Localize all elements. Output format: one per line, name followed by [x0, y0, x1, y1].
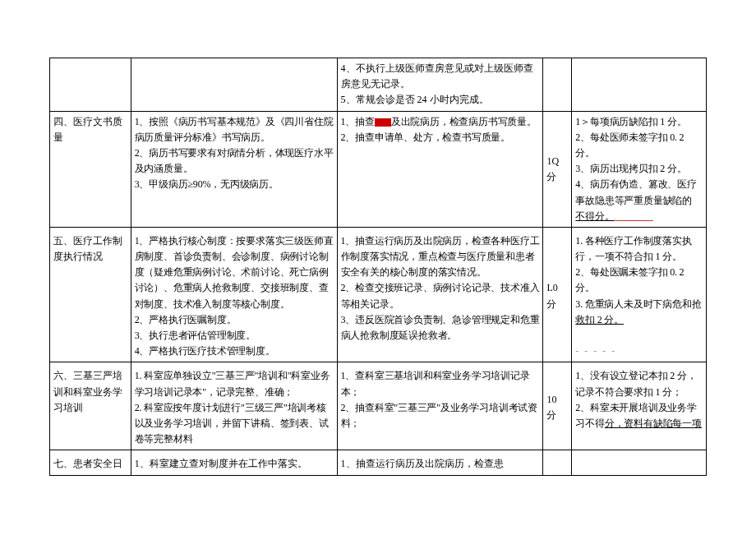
section-title: 七、患者安全日	[50, 454, 131, 475]
cell: 1、抽查运行病历及出院病历，检查各种医疗工作制度落实情况，重点检查与医疗质量和患…	[337, 231, 543, 362]
redaction-icon	[375, 118, 383, 127]
cell: 1、严格执行核心制度：按要求落实三级医师直房制度、首诊负责制、会诊制度、病例讨论…	[131, 231, 337, 362]
score-cell	[543, 454, 572, 475]
score-cell: 10 分	[543, 366, 572, 450]
score-cell: L0 分	[543, 231, 572, 362]
cell: 1、按照《病历书写基本规范》及《四川省住院病历质量评分标准》书写病历。 2、病历…	[131, 111, 337, 227]
text: 1、抽查	[341, 116, 375, 127]
score-cell: 1Q 分	[543, 111, 572, 227]
cell: 1、没有设立登记本扣 2 分，记录不符合要求扣 1 分； 2、科室未开展培训及业…	[572, 366, 707, 450]
section-title: 五、医疗工作制度执行情况	[50, 231, 131, 362]
table-row: 六、三基三严培训和科室业务学习培训 1. 科室应单独设立"三基三严"培训和"科室…	[50, 366, 707, 450]
cell	[131, 58, 337, 111]
section-title: 四、医疗文书质量	[50, 111, 131, 227]
table-row: 五、医疗工作制度执行情况 1、严格执行核心制度：按要求落实三级医师直房制度、首诊…	[50, 231, 707, 362]
table-row: 4、不执行上级医师查房意见或对上级医师查房意见无记录。 5、常规会诊是否 24 …	[50, 58, 707, 111]
cell: 1、查科室三基培训和科室业务学习培训记录本； 2、抽查科室"三基三严"及业务学习…	[337, 366, 543, 450]
underlined-text: 分，资料有缺陷每一项	[605, 417, 702, 429]
cell: 1、科室建立查对制度并在工作中落实。	[131, 454, 337, 475]
underlined-text: 救扣 2 分。	[575, 314, 624, 325]
text: 1. 各种医疗工作制度落实执行，一项不符合扣 1 分。 2、每处医嘱未签字扣 0…	[575, 235, 701, 310]
cell: 4、不执行上级医师查房意见或对上级医师查房意见无记录。 5、常规会诊是否 24 …	[337, 58, 543, 111]
cell	[543, 58, 572, 111]
cell	[50, 58, 131, 111]
cell: 1. 各种医疗工作制度落实执行，一项不符合扣 1 分。 2、每处医嘱未签字扣 0…	[572, 231, 707, 362]
table-row: 四、医疗文书质量 1、按照《病历书写基本规范》及《四川省住院病历质量评分标准》书…	[50, 111, 707, 227]
cell: 1. 科室应单独设立"三基三严"培训和"科室业务学习培训记录本"，记录完整、准确…	[131, 366, 337, 450]
cell	[572, 454, 707, 475]
cell	[572, 58, 707, 111]
cell: 1、抽查及出院病历，检查病历书写质量。 2、抽查申请单、处方，检查书写质量。	[337, 111, 543, 227]
redaction-icon	[383, 118, 391, 127]
underlined-text: 不得分。	[575, 210, 614, 222]
text: 1＞每项病历缺陷扣 1 分。 2、每处医师未签字扣 0. 2 分。 3、病历出现…	[575, 116, 696, 206]
dashes: - - - - -	[575, 345, 616, 357]
cell: 1＞每项病历缺陷扣 1 分。 2、每处医师未签字扣 0. 2 分。 3、病历出现…	[572, 111, 707, 227]
cell: 1、抽查运行病历及出院病历，检查患	[337, 454, 543, 475]
section-title: 六、三基三严培训和科室业务学习培训	[50, 366, 131, 450]
table-row: 七、患者安全日 1、科室建立查对制度并在工作中落实。 1、抽查运行病历及出院病历…	[50, 454, 707, 475]
